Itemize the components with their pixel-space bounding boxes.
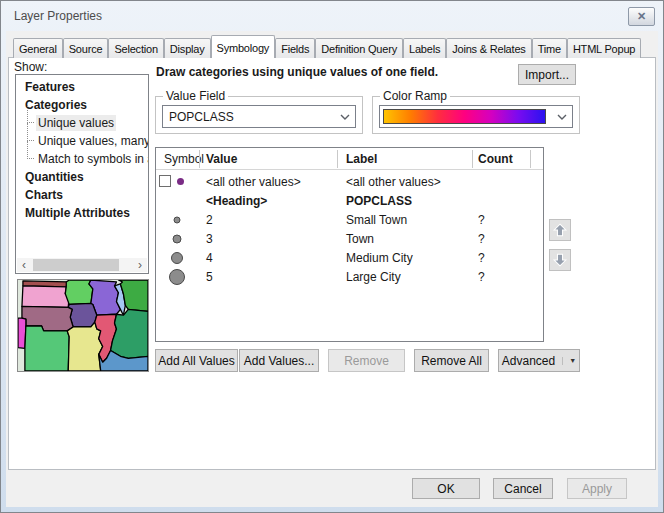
layer-properties-dialog: Layer Properties ✕ GeneralSourceSelectio… — [0, 0, 664, 513]
value-cell: 4 — [206, 251, 213, 265]
label-cell: Large City — [346, 270, 401, 284]
column-header-value: Value — [206, 152, 237, 166]
table-row[interactable]: <all other values><all other values> — [156, 172, 543, 191]
label-cell: Small Town — [346, 213, 407, 227]
move-up-button[interactable] — [549, 219, 571, 241]
color-ramp-gradient — [383, 109, 546, 124]
table-row[interactable]: <Heading>POPCLASS — [156, 191, 543, 210]
table-row[interactable]: 5Large City? — [156, 267, 543, 286]
tab-joins-relates[interactable]: Joins & Relates — [446, 38, 531, 58]
graduated-circle-icon[interactable] — [173, 234, 182, 243]
tab-definition-query[interactable]: Definition Query — [315, 38, 403, 58]
window-title: Layer Properties — [14, 9, 102, 23]
tree-item-unique-values[interactable]: Unique values — [16, 114, 148, 132]
tree-item-label: Features — [23, 79, 77, 95]
graduated-circle-icon[interactable] — [169, 269, 185, 285]
tree-connector — [27, 123, 34, 141]
scrollbar-thumb[interactable] — [33, 259, 119, 271]
value-cell: 2 — [206, 213, 213, 227]
tab-labels[interactable]: Labels — [403, 38, 446, 58]
add-values-button[interactable]: Add Values... — [239, 349, 319, 372]
up-arrow-icon — [552, 222, 568, 238]
color-ramp-group: Color Ramp — [372, 96, 580, 134]
apply-label: Apply — [582, 482, 612, 496]
column-divider — [472, 150, 473, 168]
tree-item-unique-values-many[interactable]: Unique values, many — [16, 132, 148, 150]
graduated-circle-icon[interactable] — [174, 216, 181, 223]
column-divider — [530, 150, 531, 168]
add-all-values-button[interactable]: Add All Values — [155, 349, 238, 372]
tab-bar: GeneralSourceSelectionDisplaySymbologyFi… — [13, 35, 656, 58]
advanced-button[interactable]: Advanced ▼ — [498, 349, 580, 372]
tree-connector — [27, 105, 34, 123]
tree-item-label: Match to symbols in a — [36, 151, 149, 167]
dropdown-arrow-icon: ▼ — [562, 357, 576, 365]
tree-item-categories[interactable]: Categories — [16, 96, 148, 114]
map-preview — [17, 279, 149, 372]
table-row[interactable]: 3Town? — [156, 229, 543, 248]
value-field-dropdown[interactable]: POPCLASS — [162, 105, 356, 128]
value-cell: 5 — [206, 270, 213, 284]
map-preview-image — [18, 280, 148, 371]
move-down-button[interactable] — [549, 249, 571, 271]
count-cell: ? — [478, 232, 485, 246]
symbology-tab-page: Show: FeaturesCategoriesUnique valuesUni… — [8, 57, 656, 470]
close-button[interactable]: ✕ — [628, 7, 655, 26]
cancel-button[interactable]: Cancel — [493, 478, 553, 499]
add-values-label: Add Values... — [244, 354, 315, 368]
import-button-label: Import... — [525, 68, 569, 82]
symbol-table-body: <all other values><all other values><Hea… — [156, 172, 543, 286]
down-arrow-icon — [552, 252, 568, 268]
show-label: Show: — [14, 60, 47, 74]
tree-horizontal-scrollbar[interactable]: ‹ › — [17, 258, 147, 272]
tab-general[interactable]: General — [13, 38, 63, 58]
import-button[interactable]: Import... — [518, 64, 576, 85]
tab-display[interactable]: Display — [164, 38, 211, 58]
ok-button[interactable]: OK — [412, 478, 480, 499]
column-header-symbol: Symbol — [164, 152, 204, 166]
tree-item-label: Unique values — [36, 115, 116, 131]
tab-source[interactable]: Source — [63, 38, 109, 58]
all-other-values-checkbox[interactable] — [159, 175, 171, 187]
advanced-label: Advanced — [502, 354, 555, 368]
graduated-circle-icon[interactable] — [171, 252, 183, 264]
chevron-down-icon — [340, 114, 350, 120]
tab-html-popup[interactable]: HTML Popup — [567, 38, 641, 58]
tree-item-quantities[interactable]: Quantities — [16, 168, 148, 186]
chevron-down-icon — [557, 114, 567, 120]
tree-item-match-to-symbols-in-a[interactable]: Match to symbols in a — [16, 150, 148, 168]
table-row[interactable]: 4Medium City? — [156, 248, 543, 267]
add-all-values-label: Add All Values — [158, 354, 235, 368]
count-cell: ? — [478, 213, 485, 227]
table-row[interactable]: 2Small Town? — [156, 210, 543, 229]
tree-item-label: Multiple Attributes — [23, 205, 132, 221]
count-cell: ? — [478, 270, 485, 284]
tab-time[interactable]: Time — [532, 38, 567, 58]
scroll-right-icon[interactable]: › — [133, 259, 147, 271]
close-icon: ✕ — [637, 10, 646, 22]
color-ramp-dropdown[interactable] — [379, 105, 573, 128]
column-header-count: Count — [478, 152, 513, 166]
remove-all-button[interactable]: Remove All — [414, 349, 489, 372]
label-cell: POPCLASS — [346, 194, 412, 208]
tab-selection[interactable]: Selection — [108, 38, 163, 58]
title-bar: Layer Properties ✕ — [1, 1, 663, 31]
tree-item-charts[interactable]: Charts — [16, 186, 148, 204]
count-cell: ? — [478, 251, 485, 265]
tab-fields[interactable]: Fields — [275, 38, 315, 58]
column-header-label: Label — [346, 152, 377, 166]
dialog-body: GeneralSourceSelectionDisplaySymbologyFi… — [6, 31, 658, 507]
ok-label: OK — [437, 482, 454, 496]
tab-symbology[interactable]: Symbology — [211, 35, 276, 58]
symbol-table: Symbol Value Label Count <all other valu… — [155, 147, 544, 342]
column-divider — [337, 150, 338, 168]
value-cell: 3 — [206, 232, 213, 246]
point-symbol-icon[interactable] — [177, 178, 184, 185]
column-divider — [199, 150, 200, 168]
value-field-group: Value Field POPCLASS — [155, 96, 363, 134]
value-cell: <Heading> — [206, 194, 267, 208]
tree-item-features[interactable]: Features — [16, 78, 148, 96]
symbol-table-header[interactable]: Symbol Value Label Count — [156, 148, 543, 170]
tree-item-multiple-attributes[interactable]: Multiple Attributes — [16, 204, 148, 222]
scroll-left-icon[interactable]: ‹ — [17, 259, 31, 271]
